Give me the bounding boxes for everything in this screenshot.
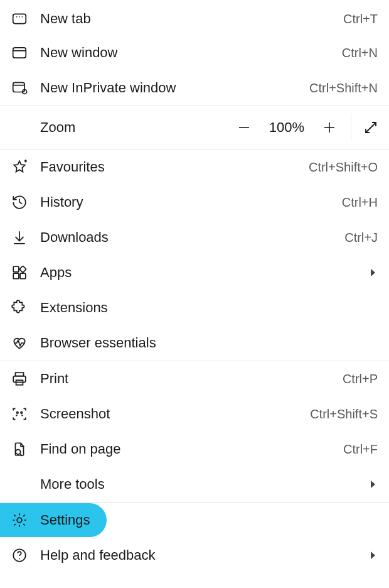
zoom-out-button[interactable] (224, 106, 264, 149)
menu-item-more-tools[interactable]: More tools (0, 467, 389, 502)
svg-line-15 (19, 202, 22, 204)
chevron-right-icon (369, 480, 378, 489)
zoom-label: Zoom (40, 119, 224, 136)
menu-label: Screenshot (40, 406, 304, 422)
menu-label: History (40, 194, 336, 210)
menu-label: More tools (40, 476, 363, 493)
menu-item-favourites[interactable]: Favourites Ctrl+Shift+O (0, 150, 389, 185)
svg-point-31 (17, 518, 22, 523)
menu-item-downloads[interactable]: Downloads Ctrl+J (0, 220, 389, 255)
svg-rect-0 (13, 14, 26, 23)
menu-item-zoom: Zoom 100% (0, 106, 389, 149)
menu-item-new-window[interactable]: New window Ctrl+N (0, 35, 389, 70)
menu-item-browser-essentials[interactable]: Browser essentials (0, 325, 389, 361)
tab-icon (11, 11, 28, 27)
screenshot-icon (11, 406, 28, 422)
star-plus-icon (11, 159, 28, 175)
find-icon (11, 441, 28, 457)
inprivate-icon (11, 80, 28, 96)
menu-item-print[interactable]: Print Ctrl+P (0, 361, 389, 396)
zoom-controls: 100% (224, 106, 389, 149)
history-icon (11, 194, 28, 210)
puzzle-icon (11, 300, 28, 316)
menu-label: Find on page (40, 441, 337, 457)
menu-label: Help and feedback (40, 547, 363, 564)
menu-label: Downloads (40, 229, 338, 246)
svg-point-26 (21, 412, 23, 414)
menu-shortcut: Ctrl+N (342, 46, 378, 60)
window-icon (11, 45, 28, 61)
menu-item-history[interactable]: History Ctrl+H (0, 185, 389, 220)
apps-icon (11, 264, 28, 281)
help-icon (11, 547, 28, 564)
zoom-value: 100% (264, 119, 309, 136)
empty-icon (11, 476, 28, 493)
menu-label: Browser essentials (40, 335, 378, 351)
svg-rect-20 (13, 273, 19, 279)
menu-shortcut: Ctrl+T (343, 12, 378, 26)
zoom-in-button[interactable] (309, 106, 349, 149)
menu-item-extensions[interactable]: Extensions (0, 290, 389, 325)
menu-item-screenshot[interactable]: Screenshot Ctrl+Shift+S (0, 396, 389, 432)
chevron-right-icon (369, 551, 378, 560)
menu-shortcut: Ctrl+Shift+O (309, 160, 378, 175)
menu-shortcut: Ctrl+J (344, 231, 378, 245)
svg-point-3 (21, 16, 23, 18)
chevron-right-icon (369, 268, 378, 277)
svg-line-27 (16, 415, 18, 416)
svg-point-33 (19, 558, 20, 560)
menu-label: Apps (40, 264, 363, 281)
svg-point-29 (16, 450, 21, 455)
menu-item-find-on-page[interactable]: Find on page Ctrl+F (0, 432, 389, 467)
menu-item-new-inprivate[interactable]: New InPrivate window Ctrl+Shift+N (0, 70, 389, 106)
menu-label: Extensions (40, 300, 378, 316)
svg-point-1 (16, 16, 18, 18)
svg-rect-19 (20, 273, 26, 279)
menu-shortcut: Ctrl+Shift+S (310, 407, 378, 422)
menu-label: New InPrivate window (40, 80, 303, 96)
menu-shortcut: Ctrl+Shift+N (309, 81, 378, 95)
menu-shortcut: Ctrl+F (343, 442, 378, 457)
svg-point-25 (16, 412, 18, 414)
svg-rect-4 (13, 48, 26, 58)
svg-point-2 (19, 16, 20, 18)
browser-menu: New tab Ctrl+T New window Ctrl+N New InP… (0, 0, 389, 573)
menu-item-settings[interactable]: Settings (0, 503, 389, 538)
gear-icon (11, 512, 28, 528)
download-icon (11, 229, 28, 246)
fullscreen-button[interactable] (353, 106, 389, 149)
menu-label: Print (40, 371, 336, 387)
menu-shortcut: Ctrl+P (343, 372, 378, 386)
heartbeat-icon (11, 335, 28, 351)
svg-line-28 (21, 415, 23, 416)
svg-rect-18 (13, 266, 19, 272)
menu-label: New window (40, 45, 336, 61)
menu-item-new-tab[interactable]: New tab Ctrl+T (0, 0, 389, 35)
divider (351, 114, 351, 141)
menu-label: Settings (40, 512, 378, 528)
svg-rect-23 (13, 376, 26, 383)
menu-label: Favourites (40, 159, 302, 175)
menu-item-apps[interactable]: Apps (0, 255, 389, 290)
menu-label: New tab (40, 11, 337, 27)
svg-rect-21 (19, 266, 26, 273)
menu-item-help[interactable]: Help and feedback (0, 538, 389, 573)
printer-icon (11, 371, 28, 387)
menu-shortcut: Ctrl+H (342, 195, 378, 210)
